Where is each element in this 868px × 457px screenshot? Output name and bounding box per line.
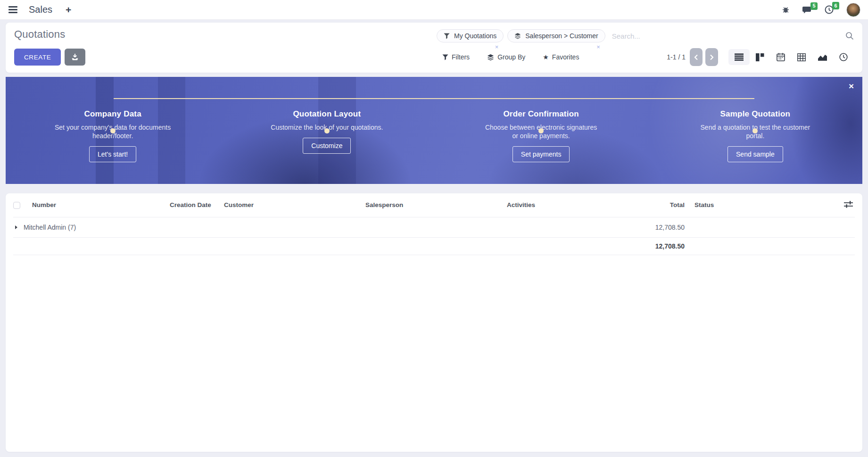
star-icon: ★ bbox=[543, 53, 549, 61]
control-panel: Quotations My Quotations × Salesperson >… bbox=[6, 23, 862, 73]
quotations-list: Number Creation Date Customer Salesperso… bbox=[6, 193, 862, 452]
list-view-icon bbox=[735, 53, 744, 61]
facet-label: Salesperson > Customer bbox=[525, 32, 598, 40]
download-icon bbox=[71, 53, 79, 61]
footer-total: 12,708.50 bbox=[648, 237, 687, 255]
view-graph-button[interactable] bbox=[812, 49, 833, 65]
table-footer-row: 12,708.50 bbox=[13, 237, 855, 255]
pivot-view-icon bbox=[797, 53, 806, 61]
calendar-view-icon bbox=[777, 53, 785, 61]
step-title: Quotation Layout bbox=[220, 109, 434, 119]
create-button[interactable]: CREATE bbox=[14, 49, 61, 66]
group-by-layers-icon bbox=[487, 54, 494, 61]
close-icon[interactable]: × bbox=[847, 80, 855, 92]
onboarding-step-quotation-layout: Quotation Layout Customize the look of y… bbox=[220, 109, 434, 184]
select-all-checkbox[interactable] bbox=[13, 202, 20, 209]
step-title: Order Confirmation bbox=[434, 109, 648, 119]
set-payments-button[interactable]: Set payments bbox=[513, 146, 570, 162]
column-header-number[interactable]: Number bbox=[32, 193, 170, 217]
search-facet-my-quotations[interactable]: My Quotations × bbox=[437, 29, 504, 42]
facet-label: My Quotations bbox=[454, 32, 496, 40]
lets-start-button[interactable]: Let's start! bbox=[89, 146, 136, 162]
page-title: Quotations bbox=[14, 28, 65, 41]
pager-next-button[interactable] bbox=[705, 48, 718, 66]
filters-label: Filters bbox=[452, 53, 470, 61]
export-button[interactable] bbox=[65, 49, 85, 66]
view-switcher bbox=[728, 49, 854, 66]
kanban-view-icon bbox=[756, 53, 764, 61]
activity-view-icon bbox=[839, 53, 848, 61]
top-navbar: Sales + 5 6 bbox=[0, 0, 868, 20]
search-icon[interactable] bbox=[845, 32, 854, 40]
filters-dropdown[interactable]: Filters bbox=[442, 53, 470, 61]
progress-dot bbox=[324, 128, 330, 133]
search-input[interactable]: Search... bbox=[612, 32, 845, 40]
messages-icon[interactable]: 5 bbox=[802, 6, 812, 14]
chevron-left-icon bbox=[694, 54, 698, 60]
search-facet-groupby[interactable]: Salesperson > Customer × bbox=[507, 29, 605, 42]
pager-previous-button[interactable] bbox=[690, 48, 703, 66]
onboarding-step-sample-quotation: Sample Quotation Send a quotation to tes… bbox=[648, 109, 862, 184]
column-header-creation-date[interactable]: Creation Date bbox=[170, 193, 224, 217]
favorites-label: Favorites bbox=[552, 53, 579, 61]
view-kanban-button[interactable] bbox=[750, 49, 770, 66]
column-header-status[interactable]: Status bbox=[687, 193, 838, 217]
step-title: Sample Quotation bbox=[648, 109, 862, 119]
activities-badge: 6 bbox=[832, 2, 839, 9]
onboarding-step-company-data: Company Data Set your company's data for… bbox=[6, 109, 220, 184]
view-calendar-button[interactable] bbox=[770, 49, 791, 66]
column-header-salesperson[interactable]: Salesperson bbox=[365, 193, 507, 217]
onboarding-banner: Company Data Set your company's data for… bbox=[6, 77, 862, 184]
activities-clock-icon[interactable]: 6 bbox=[825, 5, 834, 14]
search-options: Filters Group By ★ Favorites bbox=[442, 53, 579, 61]
group-by-layers-icon bbox=[514, 33, 521, 39]
plus-icon[interactable]: + bbox=[66, 5, 71, 15]
optional-columns-icon[interactable] bbox=[844, 201, 853, 208]
filter-icon bbox=[442, 54, 448, 60]
column-header-activities[interactable]: Activities bbox=[507, 193, 648, 217]
filter-icon bbox=[444, 33, 450, 39]
send-sample-button[interactable]: Send sample bbox=[727, 146, 783, 162]
pager-value: 1-1 / 1 bbox=[667, 53, 686, 61]
column-header-total[interactable]: Total bbox=[648, 193, 687, 217]
chevron-right-icon bbox=[710, 54, 714, 60]
customize-button[interactable]: Customize bbox=[303, 138, 351, 154]
messages-badge: 5 bbox=[810, 2, 818, 10]
group-by-dropdown[interactable]: Group By bbox=[487, 53, 525, 61]
group-row-mitchell-admin[interactable]: Mitchell Admin (7) 12,708.50 bbox=[13, 217, 855, 237]
apps-menu-icon[interactable] bbox=[8, 4, 18, 15]
graph-view-icon bbox=[818, 53, 827, 61]
table-header-row: Number Creation Date Customer Salesperso… bbox=[13, 193, 855, 217]
view-activity-button[interactable] bbox=[833, 49, 854, 66]
favorites-dropdown[interactable]: ★ Favorites bbox=[543, 53, 579, 61]
debug-bug-icon[interactable] bbox=[782, 6, 790, 14]
app-name[interactable]: Sales bbox=[29, 4, 52, 15]
user-avatar[interactable] bbox=[846, 3, 860, 17]
search-bar[interactable]: My Quotations × Salesperson > Customer ×… bbox=[437, 28, 854, 42]
quotations-table: Number Creation Date Customer Salesperso… bbox=[13, 193, 855, 255]
column-header-customer[interactable]: Customer bbox=[224, 193, 365, 217]
view-pivot-button[interactable] bbox=[791, 49, 812, 66]
caret-right-icon bbox=[15, 225, 17, 229]
onboarding-step-order-confirmation: Order Confirmation Choose between electr… bbox=[434, 109, 648, 184]
group-total: 12,708.50 bbox=[648, 217, 687, 237]
progress-dot bbox=[110, 128, 116, 133]
step-title: Company Data bbox=[6, 109, 220, 119]
view-list-button[interactable] bbox=[728, 49, 750, 65]
group-by-label: Group By bbox=[497, 53, 525, 61]
group-label: Mitchell Admin (7) bbox=[24, 224, 76, 231]
